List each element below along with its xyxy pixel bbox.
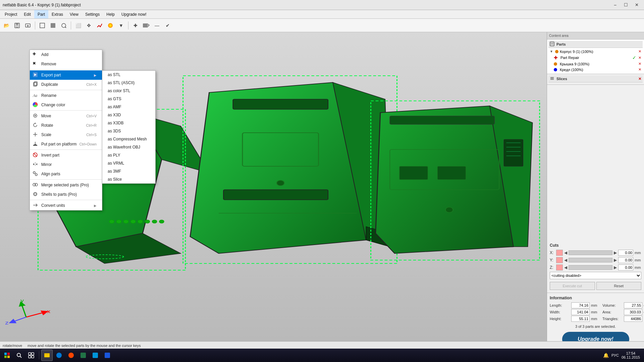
taskbar-explorer[interactable] [41, 350, 53, 361]
menu-shells-to-parts[interactable]: Shells to parts (Pro) [30, 190, 102, 199]
check-button[interactable]: ✔ [163, 20, 173, 31]
export-stl[interactable]: as STL [102, 71, 155, 79]
export-compressed-mesh[interactable]: as Compressed Mesh [102, 135, 155, 143]
dropdown-button[interactable]: ▼ [116, 20, 126, 31]
minus-line-button[interactable]: ― [152, 20, 162, 31]
menu-mirror[interactable]: Mirror [30, 160, 102, 169]
menu-duplicate[interactable]: Duplicate Ctrl+X [30, 80, 102, 89]
export-x3d[interactable]: as X3D [102, 111, 155, 119]
close-icon[interactable]: ✕ [638, 62, 641, 66]
tree-item-kryshka[interactable]: Крышка 9 (100%) ✕ [548, 61, 643, 67]
menu-scale[interactable]: Scale Ctrl+S [30, 130, 102, 139]
taskbar-app2[interactable] [65, 350, 77, 361]
minimize-button[interactable]: ‒ [610, 1, 620, 9]
menu-rotate[interactable]: Rotate Ctrl+R [30, 121, 102, 130]
tree-item-kredl[interactable]: Кредл (100%) ✕ [548, 67, 643, 72]
menu-change-color[interactable]: Change color [30, 100, 102, 110]
maximize-button[interactable]: ☐ [621, 1, 631, 9]
cut-y-left-arrow[interactable]: ◀ [564, 258, 567, 262]
execute-cut-button[interactable]: Execute cut [550, 282, 595, 290]
start-button[interactable] [1, 350, 13, 361]
menu-edit[interactable]: Edit [20, 10, 34, 18]
menu-rename[interactable]: Aa Rename [30, 91, 102, 100]
close-icon[interactable]: ✕ [638, 49, 641, 54]
tree-item-korpus[interactable]: ▼ Корпус 9 (1) (100%) ✕ [548, 49, 643, 54]
menu-add[interactable]: ✚ Add [30, 50, 102, 59]
export-ply[interactable]: as PLY [102, 151, 155, 159]
cut-x-right-arrow[interactable]: ▶ [614, 250, 617, 255]
menu-move[interactable]: Move Ctrl+V [30, 111, 102, 121]
cut-z-left-arrow[interactable]: ◀ [564, 265, 567, 270]
cut-z-value[interactable] [618, 264, 633, 270]
svg-point-93 [17, 353, 20, 357]
export-3ds[interactable]: as 3DS [102, 127, 155, 135]
cut-x-color-btn[interactable] [556, 250, 563, 256]
taskview-button[interactable] [25, 350, 37, 361]
wireframe-button[interactable] [37, 20, 47, 31]
export-slice[interactable]: as Slice [102, 175, 155, 183]
export-stl-ascii[interactable]: as STL (ASCII) [102, 79, 155, 87]
cut-z-color-btn[interactable] [556, 264, 563, 270]
add-part-button[interactable] [23, 20, 33, 31]
taskbar-app5[interactable] [102, 350, 113, 361]
menu-export-part[interactable]: Export part ▶ as STL as STL (ASCII) as c… [30, 70, 102, 80]
cut-z-slider[interactable] [569, 265, 612, 270]
export-icon [33, 72, 39, 78]
menu-invert-part[interactable]: Invert part [30, 150, 102, 160]
taskbar-app4[interactable] [90, 350, 101, 361]
export-wavefront-obj[interactable]: as Wavefront OBJ [102, 143, 155, 151]
cut-x-left-arrow[interactable]: ◀ [564, 250, 567, 255]
cut-x-value[interactable] [618, 250, 633, 256]
repair-button[interactable] [95, 20, 105, 31]
export-gts[interactable]: as GTS [102, 95, 155, 103]
zoom-fit-button[interactable] [59, 20, 69, 31]
viewport[interactable]: x y z ✚ Add [0, 32, 547, 353]
menu-settings[interactable]: Settings [82, 10, 103, 18]
slices-close-icon[interactable]: ✕ [638, 77, 641, 81]
export-x3db[interactable]: as X3DB [102, 119, 155, 127]
menu-project[interactable]: Project [1, 10, 20, 18]
shape-button[interactable] [141, 20, 151, 31]
menu-view[interactable]: View [66, 10, 82, 18]
close-button[interactable]: ✕ [632, 1, 641, 9]
export-3mf[interactable]: as 3MF [102, 167, 155, 175]
menu-merge-parts[interactable]: Merge selected parts (Pro) [30, 180, 102, 190]
menu-convert-units[interactable]: Convert units ▶ [30, 201, 102, 210]
export-vrml[interactable]: as VRML [102, 159, 155, 167]
cut-x-slider[interactable] [569, 250, 612, 255]
reset-button[interactable]: Reset [596, 282, 642, 290]
tree-item-repair[interactable]: ✚ Part Repair ✓ ✕ [548, 54, 643, 61]
menu-part[interactable]: Part [34, 10, 48, 18]
close-icon[interactable]: ✕ [638, 56, 641, 60]
close-icon[interactable]: ✕ [638, 67, 641, 72]
cut-y-color-btn[interactable] [556, 257, 563, 263]
color-button[interactable] [105, 20, 115, 31]
menu-upgrade[interactable]: Upgrade now! [118, 10, 150, 18]
taskbar-app3[interactable] [77, 350, 89, 361]
cut-z-right-arrow[interactable]: ▶ [614, 265, 617, 270]
plus-button[interactable]: ✚ [130, 20, 141, 31]
notification-icon[interactable]: 🔔 [603, 353, 609, 358]
menu-remove[interactable]: ✖ Remove [30, 59, 102, 69]
cutting-mode-select[interactable]: <cutting disabled> [550, 272, 641, 279]
menu-help[interactable]: Help [103, 10, 118, 18]
open-button[interactable]: 📂 [1, 20, 11, 31]
pointer-button[interactable]: ⬜ [73, 20, 83, 31]
cut-y-value[interactable] [618, 257, 633, 263]
cut-y-right-arrow[interactable]: ▶ [614, 258, 617, 262]
export-color-stl[interactable]: as color STL [102, 87, 155, 95]
info-grid: Length: 74.16 mm Volume: 27.55 cm³ Width… [550, 302, 641, 322]
search-button[interactable] [13, 350, 25, 361]
export-amf[interactable]: as AMF [102, 103, 155, 111]
menu-align-parts[interactable]: Align parts [30, 169, 102, 179]
menu-extras[interactable]: Extras [48, 10, 66, 18]
svg-rect-6 [40, 23, 45, 28]
save-button[interactable] [12, 20, 22, 31]
cut-y-slider[interactable] [569, 258, 612, 262]
length-value: 74.16 [571, 302, 590, 308]
menu-put-on-platform[interactable]: Put part on platform Ctrl+Down [30, 139, 102, 149]
taskbar-app1[interactable] [53, 350, 65, 361]
move-button[interactable]: ✥ [84, 20, 94, 31]
window-controls[interactable]: ‒ ☐ ✕ [610, 1, 641, 9]
solid-button[interactable] [48, 20, 58, 31]
